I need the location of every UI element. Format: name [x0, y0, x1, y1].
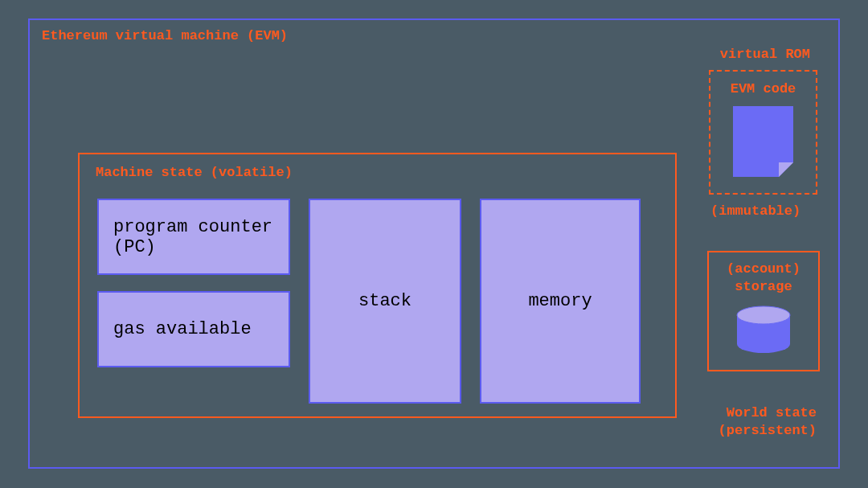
evm-title: Ethereum virtual machine (EVM) — [42, 28, 288, 43]
machine-state-title: Machine state (volatile) — [96, 165, 293, 180]
world-state-line2: (persistent) — [719, 423, 817, 438]
evm-code-title: EVM code — [710, 81, 816, 96]
storage-title-line1: (account) — [727, 261, 800, 277]
gas-available-box: gas available — [97, 291, 290, 367]
machine-state-box: Machine state (volatile) program counter… — [78, 153, 677, 418]
memory-box: memory — [480, 199, 641, 404]
world-state-line1: World state — [727, 405, 817, 420]
svg-point-2 — [737, 306, 790, 324]
document-icon — [733, 106, 793, 177]
cylinder-icon — [735, 306, 792, 354]
program-counter-box: program counter (PC) — [97, 199, 290, 275]
stack-label: stack — [358, 291, 411, 311]
evm-container: Ethereum virtual machine (EVM) Machine s… — [28, 18, 840, 469]
account-storage-box: (account) storage — [707, 251, 820, 371]
memory-label: memory — [528, 291, 592, 311]
program-counter-label: program counter (PC) — [113, 217, 274, 257]
evm-code-box: EVM code — [709, 70, 817, 195]
stack-box: stack — [309, 199, 461, 404]
world-state-label: World state (persistent) — [719, 404, 817, 440]
storage-title-line2: storage — [735, 279, 792, 294]
immutable-label: (immutable) — [710, 203, 800, 219]
gas-available-label: gas available — [113, 319, 252, 339]
virtual-rom-label: virtual ROM — [720, 47, 810, 62]
account-storage-title: (account) storage — [709, 260, 818, 296]
